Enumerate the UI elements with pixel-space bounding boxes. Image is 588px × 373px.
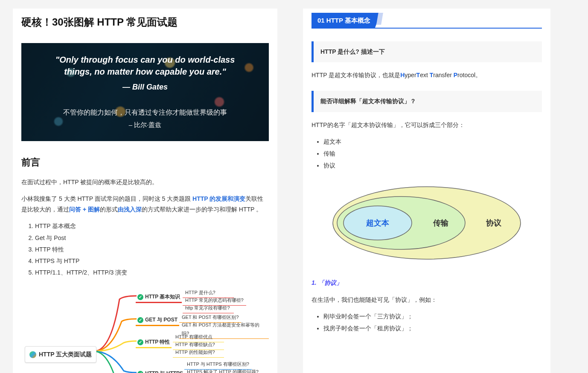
list-item: HTTPS 与 HTTP bbox=[35, 256, 269, 266]
mindmap-leaf: HTTP 的性能如何? bbox=[173, 348, 224, 358]
branch-label: GET 与 POST bbox=[145, 315, 178, 325]
preface-heading: 前言 bbox=[21, 154, 269, 171]
question-callout: HTTP 是什么? 描述一下 bbox=[311, 41, 542, 62]
text: ext bbox=[420, 72, 430, 78]
check-icon: ✓ bbox=[137, 294, 143, 300]
branch-label: HTTP 特性 bbox=[145, 338, 170, 347]
mindmap-leaf: http 常见字段有哪些? bbox=[183, 304, 234, 313]
nested-ellipse-diagram: 超文本 传输 协议 bbox=[311, 180, 542, 266]
branch-label: HTTP 与 HTTPS bbox=[145, 369, 183, 373]
initial: P bbox=[454, 72, 457, 78]
quote-english: "Only through focus can you do world-cla… bbox=[51, 54, 239, 78]
check-icon: ✓ bbox=[137, 339, 143, 345]
quote-author-cn: – 比尔·盖兹 bbox=[129, 119, 162, 130]
initial: H bbox=[400, 72, 405, 78]
question-callout: 能否详细解释「超文本传输协议」？ bbox=[311, 91, 542, 112]
list-item: 传输 bbox=[323, 148, 542, 159]
check-icon: ✓ bbox=[137, 317, 143, 323]
ellipse-outer-label: 协议 bbox=[486, 219, 502, 227]
list-item: HTTP/1.1、HTTP/2、HTTP/3 演变 bbox=[35, 267, 269, 278]
ellipse-svg: 超文本 传输 协议 bbox=[326, 180, 527, 266]
list-item: 刚毕业时会签一个「三方协议」； bbox=[323, 311, 542, 322]
quote-banner: "Only through focus can you do world-cla… bbox=[21, 43, 269, 141]
text: 的形式 bbox=[100, 206, 118, 213]
branch-label: HTTP 基本知识 bbox=[145, 292, 180, 302]
quote-chinese: 不管你的能力如何，只有透过专注你才能做世界级的事 bbox=[63, 107, 227, 119]
text: 的方式帮助大家进一步的学习和理解 HTTP 。 bbox=[142, 206, 262, 213]
answer-intro: HTTP的名字「超文本协议传输」，它可以拆成三个部分： bbox=[311, 120, 542, 130]
check-icon: ✓ bbox=[137, 371, 143, 373]
mindmap-branch: ✓ GET 与 POST bbox=[136, 315, 179, 326]
emphasis: 由浅入深 bbox=[118, 206, 142, 213]
ellipse-mid-label: 传输 bbox=[433, 219, 449, 227]
section-banner-label: 01 HTTP 基本概念 bbox=[311, 13, 381, 28]
list-item: HTTP 特性 bbox=[35, 244, 269, 255]
globe-icon bbox=[29, 351, 36, 358]
mindmap-diagram: HTTP 五大类面试题 ✓ HTTP 基本知识 HTTP 是什么? HTTP 常… bbox=[21, 286, 269, 373]
text: 小林我搜集了 5 大类 HTTP 面试常问的题目，同时这 5 大类题跟 bbox=[21, 195, 192, 202]
initial: T bbox=[416, 72, 420, 78]
mindmap-root-label: HTTP 五大类面试题 bbox=[39, 349, 92, 360]
emphasis: 问答 + 图解 bbox=[69, 206, 100, 213]
list-item: 协议 bbox=[323, 160, 542, 171]
list-item: 超文本 bbox=[323, 136, 542, 147]
emphasis: HTTP 的发展和演变 bbox=[192, 195, 245, 202]
parts-list: 超文本 传输 协议 bbox=[323, 136, 542, 171]
section-number: 01 bbox=[317, 17, 325, 24]
preface-p1: 在面试过程中，HTTP 被提问的概率还是比较高的。 bbox=[21, 177, 269, 188]
topic-ordered-list: HTTP 基本概念 Get 与 Post HTTP 特性 HTTPS 与 HTT… bbox=[35, 221, 269, 278]
subsection-text: 在生活中，我们也能随处可见「协议」，例如： bbox=[311, 295, 542, 305]
list-item: Get 与 Post bbox=[35, 233, 269, 243]
preface-p2: 小林我搜集了 5 大类 HTTP 面试常问的题目，同时这 5 大类题跟 HTTP… bbox=[21, 194, 269, 215]
list-item: 找房子时会签一个「租房协议」； bbox=[323, 323, 542, 334]
ellipse-inner-label: 超文本 bbox=[366, 219, 390, 227]
initial: T bbox=[430, 72, 434, 78]
mindmap-root: HTTP 五大类面试题 bbox=[25, 346, 96, 363]
mindmap-branch: ✓ HTTP 特性 bbox=[136, 338, 172, 348]
examples-list: 刚毕业时会签一个「三方协议」； 找房子时会签一个「租房协议」； bbox=[323, 311, 542, 334]
list-item: HTTP 基本概念 bbox=[35, 221, 269, 231]
answer-text: HTTP 是超文本传输协议，也就是HyperText Transfer Prot… bbox=[311, 70, 542, 81]
mindmap-branch: ✓ HTTP 基本知识 bbox=[136, 292, 182, 303]
mindmap-leaf: HTTPS 解决了 HTTP 的哪些问题? bbox=[184, 367, 261, 373]
text: rotocol。 bbox=[457, 72, 481, 78]
text: yper bbox=[405, 72, 416, 78]
text: ransfer bbox=[433, 72, 453, 78]
mindmap-branch: ✓ HTTP 与 HTTPS bbox=[136, 369, 185, 373]
subsection-heading: 1. 「协议」 bbox=[311, 278, 542, 288]
text: HTTP 是超文本传输协议，也就是 bbox=[311, 72, 400, 78]
section-banner: 01 HTTP 基本概念 bbox=[311, 13, 542, 29]
section-title: HTTP 基本概念 bbox=[326, 17, 370, 24]
quote-author-en: — Bill Gates bbox=[122, 80, 168, 94]
article-title: 硬核！30张图解 HTTP 常见面试题 bbox=[21, 13, 269, 31]
